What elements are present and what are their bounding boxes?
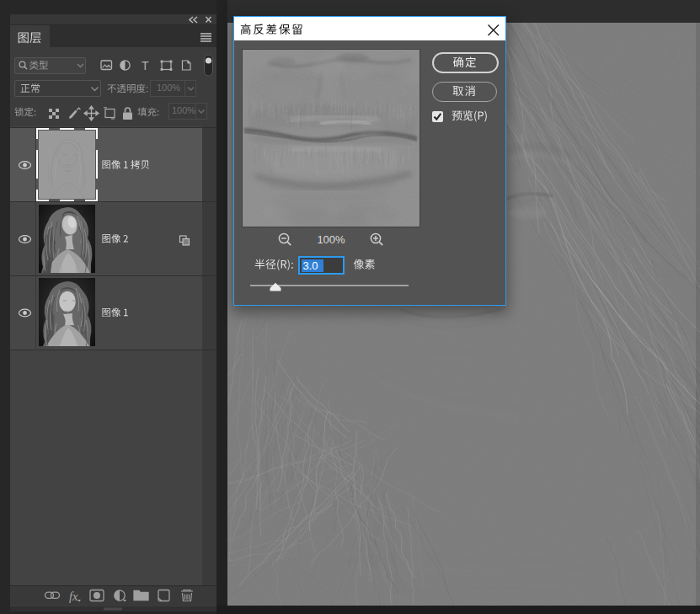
- svg-text:T: T: [142, 59, 149, 72]
- svg-text:fx: fx: [69, 590, 78, 603]
